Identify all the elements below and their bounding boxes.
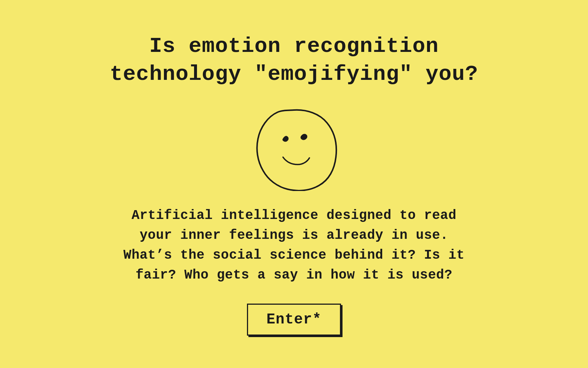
description-section: Artificial intelligence designed to read…	[123, 206, 465, 285]
page-title: Is emotion recognition technology "emoji…	[110, 32, 478, 88]
title-line2: technology "emojifying" you?	[110, 62, 478, 86]
main-container: Is emotion recognition technology "emoji…	[0, 0, 588, 368]
face-illustration	[246, 103, 342, 191]
title-section: Is emotion recognition technology "emoji…	[110, 32, 478, 88]
description-text: Artificial intelligence designed to read…	[123, 206, 465, 285]
title-line1: Is emotion recognition	[149, 34, 439, 58]
description-line4: fair? Who gets a say in how it is used?	[136, 268, 452, 283]
smiley-face-icon	[246, 103, 342, 191]
description-line1: Artificial intelligence designed to read	[132, 208, 456, 223]
description-line3: What’s the social science behind it? Is …	[123, 248, 465, 263]
description-line2: your inner feelings is already in use.	[140, 228, 448, 243]
enter-button[interactable]: Enter*	[247, 304, 341, 336]
